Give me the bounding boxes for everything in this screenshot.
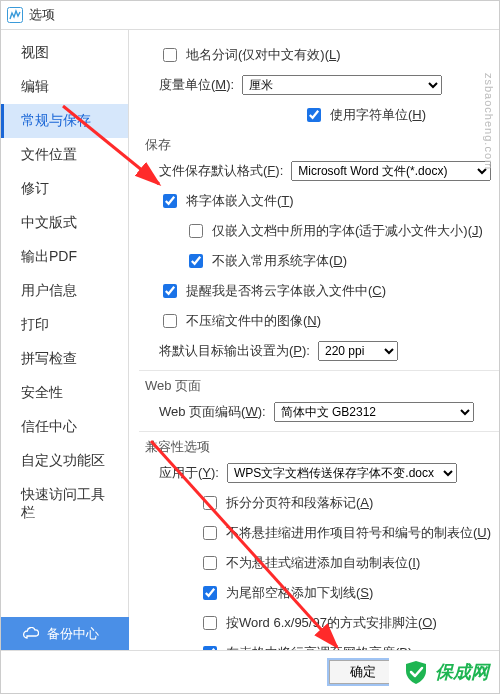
app-logo-icon bbox=[7, 7, 23, 23]
sidebar-item-customize-ribbon[interactable]: 自定义功能区 bbox=[1, 444, 128, 478]
checkbox-split-page-break[interactable]: 拆分分页符和段落标记(A) bbox=[199, 493, 373, 513]
checkbox-embed-fonts-input[interactable] bbox=[163, 194, 177, 208]
sidebar-item-user-info[interactable]: 用户信息 bbox=[1, 274, 128, 308]
checkbox-char-unit-input[interactable] bbox=[307, 108, 321, 122]
backup-center-button[interactable]: 备份中心 bbox=[1, 617, 129, 651]
checkbox-cloud-font-prompt-input[interactable] bbox=[163, 284, 177, 298]
checkbox-no-compress-img[interactable]: 不压缩文件中的图像(N) bbox=[159, 311, 321, 331]
sidebar: 视图 编辑 常规与保存 文件位置 修订 中文版式 输出PDF 用户信息 打印 拼… bbox=[1, 30, 129, 652]
brand-badge: 保成网 bbox=[389, 651, 499, 693]
sidebar-item-file-locations[interactable]: 文件位置 bbox=[1, 138, 128, 172]
checkbox-embed-fonts[interactable]: 将字体嵌入文件(T) bbox=[159, 191, 294, 211]
checkbox-no-compress-img-input[interactable] bbox=[163, 314, 177, 328]
titlebar: 选项 bbox=[1, 1, 499, 30]
checkbox-place-sep[interactable]: 地名分词(仅对中文有效)(L) bbox=[159, 45, 341, 65]
row-apply-to: 应用于(Y): WPS文字文档传送保存字体不变.docx bbox=[139, 458, 499, 488]
cloud-icon bbox=[23, 627, 39, 642]
checkbox-trailing-space-underline[interactable]: 为尾部空格添加下划线(S) bbox=[199, 583, 373, 603]
sidebar-item-view[interactable]: 视图 bbox=[1, 36, 128, 70]
window-title: 选项 bbox=[29, 6, 55, 24]
row-compat-opt-3: 为尾部空格添加下划线(S) bbox=[139, 578, 499, 608]
checkbox-skip-system-fonts-input[interactable] bbox=[189, 254, 203, 268]
unit-label: 度量单位( bbox=[159, 77, 215, 92]
checkbox-skip-system-fonts[interactable]: 不嵌入常用系统字体(D) bbox=[185, 251, 347, 271]
ok-button[interactable]: 确定 bbox=[329, 660, 397, 684]
sidebar-item-security[interactable]: 安全性 bbox=[1, 376, 128, 410]
sidebar-item-output-pdf[interactable]: 输出PDF bbox=[1, 240, 128, 274]
row-skip-system-fonts: 不嵌入常用系统字体(D) bbox=[139, 246, 499, 276]
checkbox-hanging-indent-tab[interactable]: 不将悬挂缩进用作项目符号和编号的制表位(U) bbox=[199, 523, 491, 543]
checkbox-auto-tab-hanging[interactable]: 不为悬挂式缩进添加自动制表位(I) bbox=[199, 553, 420, 573]
content-pane: 地名分词(仅对中文有效)(L) 度量单位(M): 厘米 使用字符单位(H) 保存… bbox=[129, 30, 499, 652]
row-compat-opt-1: 不将悬挂缩进用作项目符号和编号的制表位(U) bbox=[139, 518, 499, 548]
row-only-used-fonts: 仅嵌入文档中所用的字体(适于减小文件大小)(J) bbox=[139, 216, 499, 246]
apply-to-select[interactable]: WPS文字文档传送保存字体不变.docx bbox=[227, 463, 457, 483]
checkbox-char-unit[interactable]: 使用字符单位(H) bbox=[303, 105, 426, 125]
sidebar-item-general-save[interactable]: 常规与保存 bbox=[1, 104, 128, 138]
group-compat: 兼容性选项 bbox=[139, 431, 499, 458]
row-no-compress-img: 不压缩文件中的图像(N) bbox=[139, 306, 499, 336]
row-default-format: 文件保存默认格式(F): Microsoft Word 文件(*.docx) bbox=[139, 156, 499, 186]
group-web: Web 页面 bbox=[139, 370, 499, 397]
shield-icon bbox=[403, 659, 429, 685]
row-compat-opt-0: 拆分分页符和段落标记(A) bbox=[139, 488, 499, 518]
row-char-unit: 使用字符单位(H) bbox=[139, 100, 499, 130]
row-embed-fonts: 将字体嵌入文件(T) bbox=[139, 186, 499, 216]
row-cloud-font-prompt: 提醒我是否将云字体嵌入文件中(C) bbox=[139, 276, 499, 306]
watermark: zsbaocheng.com bbox=[483, 73, 495, 170]
sidebar-item-spellcheck[interactable]: 拼写检查 bbox=[1, 342, 128, 376]
backup-label: 备份中心 bbox=[47, 625, 99, 643]
sidebar-item-trust-center[interactable]: 信任中心 bbox=[1, 410, 128, 444]
row-compat-opt-4: 按Word 6.x/95/97的方式安排脚注(O) bbox=[139, 608, 499, 638]
sidebar-item-edit[interactable]: 编辑 bbox=[1, 70, 128, 104]
default-format-select[interactable]: Microsoft Word 文件(*.docx) bbox=[291, 161, 491, 181]
checkbox-only-used-fonts-input[interactable] bbox=[189, 224, 203, 238]
checkbox-word6-footnote[interactable]: 按Word 6.x/95/97的方式安排脚注(O) bbox=[199, 613, 437, 633]
checkbox-cloud-font-prompt[interactable]: 提醒我是否将云字体嵌入文件中(C) bbox=[159, 281, 386, 301]
row-web-encoding: Web 页面编码(W): 简体中文 GB2312 bbox=[139, 397, 499, 427]
web-encoding-select[interactable]: 简体中文 GB2312 bbox=[274, 402, 474, 422]
row-unit: 度量单位(M): 厘米 bbox=[139, 70, 499, 100]
unit-select[interactable]: 厘米 bbox=[242, 75, 442, 95]
ppi-select[interactable]: 220 ppi bbox=[318, 341, 398, 361]
row-compat-opt-2: 不为悬挂式缩进添加自动制表位(I) bbox=[139, 548, 499, 578]
brand-text: 保成网 bbox=[435, 660, 489, 684]
row-ppi: 将默认目标输出设置为(P): 220 ppi bbox=[139, 336, 499, 366]
row-place-sep: 地名分词(仅对中文有效)(L) bbox=[139, 40, 499, 70]
place-sep-label: 地名分词(仅对中文有效)( bbox=[186, 47, 329, 62]
sidebar-item-print[interactable]: 打印 bbox=[1, 308, 128, 342]
sidebar-item-revisions[interactable]: 修订 bbox=[1, 172, 128, 206]
sidebar-item-quick-access[interactable]: 快速访问工具栏 bbox=[1, 478, 128, 530]
sidebar-item-chinese-layout[interactable]: 中文版式 bbox=[1, 206, 128, 240]
group-save: 保存 bbox=[139, 130, 499, 156]
checkbox-only-used-fonts[interactable]: 仅嵌入文档中所用的字体(适于减小文件大小)(J) bbox=[185, 221, 483, 241]
checkbox-place-sep-input[interactable] bbox=[163, 48, 177, 62]
